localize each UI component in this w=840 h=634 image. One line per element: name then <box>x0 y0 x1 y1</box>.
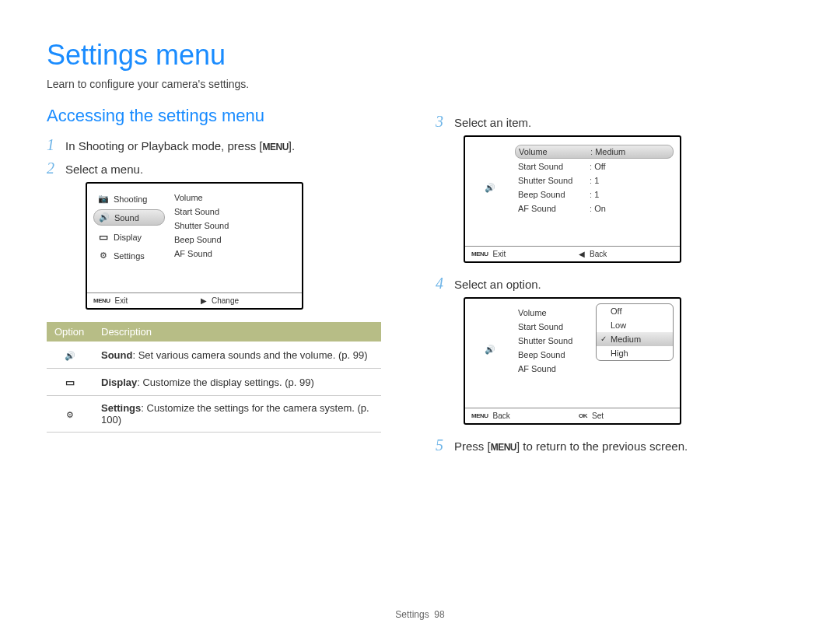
step-5: 5 Press [MENU] to return to the previous… <box>436 437 778 453</box>
footer-exit: MENUExit <box>87 293 194 308</box>
sound-icon <box>485 345 495 355</box>
footer-page: 98 <box>434 609 444 620</box>
step-1-text: In Shooting or Playback mode, press [MEN… <box>65 137 295 152</box>
camera-icon <box>98 194 109 204</box>
table-row: Display: Customize the display settings.… <box>47 369 381 396</box>
menu-item-settings: Settings <box>93 248 165 263</box>
popup-option-medium: Medium <box>597 332 673 346</box>
sound-icon <box>485 183 495 193</box>
item: AF Sound <box>515 363 674 375</box>
page-subtitle: Learn to configure your camera's setting… <box>47 78 793 90</box>
step-number-5: 5 <box>436 437 446 453</box>
right-arrow-icon: ▶ <box>201 296 207 305</box>
page-title: Settings menu <box>47 39 793 72</box>
menu-item-display: Display <box>93 229 165 245</box>
device-screenshot-3: Volume Start Sound Shutter Sound Beep So… <box>464 297 681 425</box>
footer-label: Settings <box>395 609 429 620</box>
device-screenshot-2: VolumeMedium Start SoundOff Shutter Soun… <box>464 135 681 263</box>
sound-icon <box>65 348 75 361</box>
submenu-item: Shutter Sound <box>171 219 296 232</box>
menu-icon: MENU <box>262 142 288 152</box>
footer-back: MENUBack <box>465 408 572 423</box>
step-2-text: Select a menu. <box>65 160 143 176</box>
side-sound-icon <box>471 180 509 195</box>
table-row: Sound: Set various camera sounds and the… <box>47 342 381 369</box>
popup-option-high: High <box>597 346 673 360</box>
section-heading: Accessing the settings menu <box>47 106 404 126</box>
step-3-text: Select an item. <box>454 114 531 129</box>
footer-back: ◀Back <box>572 247 680 261</box>
menu-item-sound: Sound <box>93 209 165 226</box>
footer-set: OKSet <box>572 408 680 423</box>
gear-icon <box>66 407 74 420</box>
options-table: Option Description Sound: Set various ca… <box>47 322 381 433</box>
submenu-item: AF Sound <box>171 247 296 260</box>
display-icon <box>65 375 75 388</box>
side-sound-icon <box>471 342 509 357</box>
menu-item-shooting: Shooting <box>93 191 165 206</box>
step-number-2: 2 <box>47 160 58 176</box>
step-5-text: Press [MENU] to return to the previous s… <box>454 437 688 453</box>
option-popup: Off Low Medium High <box>596 303 674 361</box>
step-number-1: 1 <box>47 137 58 152</box>
popup-option-low: Low <box>597 318 673 332</box>
step-number-3: 3 <box>436 114 446 129</box>
page-footer: Settings 98 <box>0 609 840 620</box>
menu-icon: MENU <box>491 442 516 453</box>
display-icon <box>98 231 109 243</box>
sound-icon <box>99 212 110 222</box>
left-arrow-icon: ◀ <box>579 250 585 258</box>
submenu-item: Volume <box>171 191 296 204</box>
step-number-4: 4 <box>436 275 446 291</box>
table-header-description: Description <box>93 322 381 342</box>
gear-icon <box>98 250 109 261</box>
step-4: 4 Select an option. <box>436 275 778 291</box>
step-1: 1 In Shooting or Playback mode, press [M… <box>47 137 404 152</box>
item-start-sound: Start SoundOff <box>515 160 674 173</box>
submenu-item: Beep Sound <box>171 233 296 246</box>
table-header-option: Option <box>47 322 93 342</box>
step-3: 3 Select an item. <box>436 114 778 129</box>
device-screenshot-1: Shooting Sound Display Settings Volume S… <box>86 182 303 310</box>
step-2: 2 Select a menu. <box>47 160 404 176</box>
footer-change: ▶Change <box>194 293 302 308</box>
item-shutter-sound: Shutter Sound1 <box>515 174 674 187</box>
item-beep-sound: Beep Sound1 <box>515 188 674 201</box>
item-volume: VolumeMedium <box>515 145 674 159</box>
submenu-item: Start Sound <box>171 205 296 218</box>
popup-option-off: Off <box>597 304 673 318</box>
step-4-text: Select an option. <box>454 275 541 291</box>
item-af-sound: AF SoundOn <box>515 202 674 215</box>
table-row: Settings: Customize the settings for the… <box>47 396 381 433</box>
footer-exit: MENUExit <box>465 247 572 261</box>
